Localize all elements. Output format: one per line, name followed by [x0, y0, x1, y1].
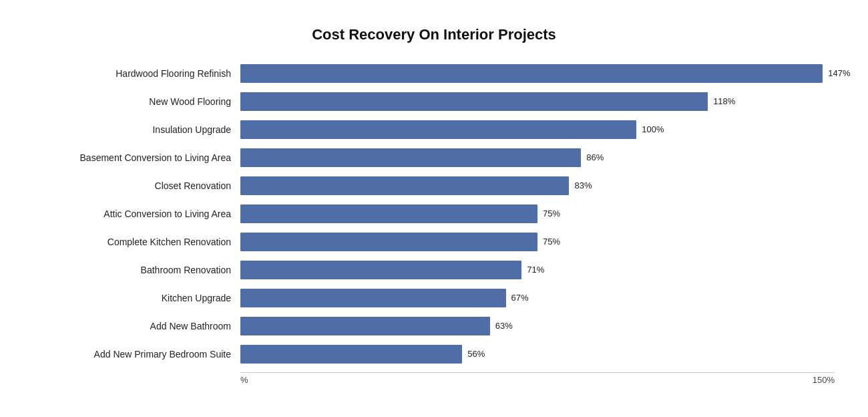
- bar: [240, 261, 521, 279]
- bar: [240, 317, 490, 335]
- bar-label: Closet Renovation: [33, 180, 240, 191]
- bar-area: 75%: [240, 233, 835, 251]
- bar: [240, 233, 537, 251]
- bar-value: 75%: [543, 208, 560, 219]
- bar-value: 147%: [828, 68, 850, 78]
- chart-inner: Hardwood Flooring Refinish147%New Wood F…: [33, 59, 835, 385]
- bar-label: Kitchen Upgrade: [33, 293, 240, 303]
- x-axis-line: [240, 372, 835, 373]
- bar-value: 83%: [574, 180, 592, 190]
- bar-label: New Wood Flooring: [33, 96, 240, 107]
- bar-area: 67%: [240, 289, 835, 307]
- bar-row: Attic Conversion to Living Area75%: [33, 200, 835, 228]
- bar-area: 83%: [240, 176, 835, 195]
- bar: [240, 92, 708, 111]
- bar-label: Basement Conversion to Living Area: [33, 152, 240, 163]
- bar-row: Basement Conversion to Living Area86%: [33, 144, 835, 172]
- bar-area: 118%: [240, 92, 835, 111]
- bar-area: 56%: [240, 345, 835, 364]
- bar-area: 75%: [240, 204, 835, 223]
- chart-container: Cost Recovery On Interior Projects Hardw…: [13, 13, 855, 405]
- bar-value: 71%: [527, 265, 544, 275]
- bar: [240, 204, 537, 223]
- bar: [240, 345, 462, 364]
- x-axis-left-label: %: [240, 375, 248, 385]
- x-axis: % 150%: [240, 372, 835, 385]
- bar-label: Add New Primary Bedroom Suite: [33, 349, 240, 360]
- bar-label: Insulation Upgrade: [33, 124, 240, 135]
- bar-value: 86%: [586, 152, 604, 162]
- bar-value: 118%: [713, 96, 735, 106]
- bar-row: Closet Renovation83%: [33, 172, 835, 200]
- chart-title: Cost Recovery On Interior Projects: [33, 26, 835, 43]
- bar: [240, 64, 823, 83]
- bar: [240, 289, 506, 307]
- bar-value: 100%: [642, 124, 664, 134]
- bar-value: 67%: [511, 293, 529, 303]
- bar-area: 86%: [240, 148, 835, 167]
- bar-value: 56%: [467, 349, 485, 359]
- bar: [240, 148, 581, 167]
- bar-label: Bathroom Renovation: [33, 265, 240, 275]
- x-axis-labels: % 150%: [240, 372, 835, 385]
- bar: [240, 176, 569, 195]
- bar-row: Hardwood Flooring Refinish147%: [33, 59, 835, 88]
- bar-row: Complete Kitchen Renovation75%: [33, 228, 835, 256]
- bar-label: Hardwood Flooring Refinish: [33, 68, 240, 79]
- bar-row: Insulation Upgrade100%: [33, 116, 835, 144]
- chart-body: Hardwood Flooring Refinish147%New Wood F…: [33, 59, 835, 368]
- bar-area: 63%: [240, 317, 835, 335]
- bar-row: Bathroom Renovation71%: [33, 256, 835, 284]
- bar-value: 63%: [495, 321, 513, 331]
- bar-row: Add New Primary Bedroom Suite56%: [33, 340, 835, 368]
- x-axis-right-label: 150%: [813, 375, 835, 385]
- bar-label: Attic Conversion to Living Area: [33, 208, 240, 219]
- bar-row: Add New Bathroom63%: [33, 312, 835, 340]
- bar-label: Add New Bathroom: [33, 321, 240, 331]
- bar: [240, 120, 636, 139]
- bar-row: Kitchen Upgrade67%: [33, 284, 835, 312]
- bar-label: Complete Kitchen Renovation: [33, 237, 240, 247]
- bar-area: 100%: [240, 120, 835, 139]
- bar-value: 75%: [543, 237, 560, 247]
- bar-area: 147%: [240, 64, 835, 83]
- bar-area: 71%: [240, 261, 835, 279]
- bar-row: New Wood Flooring118%: [33, 88, 835, 116]
